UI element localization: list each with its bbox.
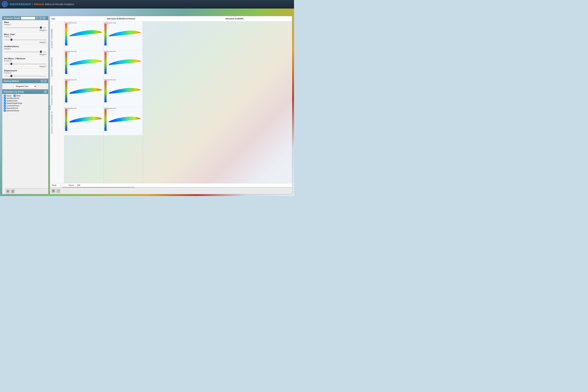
ranking-help-button[interactable]: ? [40, 80, 44, 82]
slider-thumb[interactable] [40, 51, 42, 53]
result-cell-1-3[interactable]: Displacements (mm) 11.4 0 [64, 78, 103, 107]
group-label-mass: Mass [16, 95, 21, 97]
svg-text:11.4: 11.4 [107, 24, 109, 25]
svg-point-6 [7, 192, 9, 192]
app-title: 3DEXPERIENCE | SIMULIA SIMULIA Results A… [10, 3, 74, 6]
slider-thumb[interactable] [10, 75, 12, 77]
group-checkbox-connector[interactable] [4, 104, 6, 107]
group-section: Parameters by Group ▲ Inputs Mass Vo [2, 89, 48, 113]
svg-rect-32 [104, 52, 106, 74]
result-col-1: Displacements (mm) 11.4 0 [64, 22, 104, 183]
stats-area: Rank 1 Score 100 [50, 183, 292, 187]
result-cell-1-2[interactable]: Displacements (mm) 11.4 0 [64, 50, 103, 78]
score-value: 100 [77, 184, 80, 186]
svg-text:0: 0 [107, 101, 108, 102]
help-button[interactable]: ? [39, 17, 42, 20]
group-label-displacement: Displacement [6, 100, 18, 102]
svg-rect-40 [104, 109, 106, 131]
group-checkbox-vonmises[interactable] [4, 97, 6, 99]
rank-stat: Rank 1 [52, 184, 61, 186]
group-label-inputs: Inputs [6, 95, 12, 97]
param-vonmises-max-priority: Priority 5 [4, 60, 46, 62]
param-mass-priority: Priority 5 [4, 24, 46, 26]
bottom-toolbar [4, 188, 48, 194]
param-weight-search[interactable] [21, 17, 35, 20]
result-cell-2-2[interactable]: Displacements (mm) 11.4 0 [104, 50, 143, 78]
blade-svg-1-4: Displacements (mm) 11.4 0 [64, 107, 103, 135]
group-checkbox-elastic[interactable] [4, 102, 6, 104]
svg-text:Displacements (mm): Displacements (mm) [64, 79, 76, 80]
blade-svg-1-1: Displacements (mm) 11.4 0 [64, 22, 103, 50]
group-label-vonmises: VonMisesStress [6, 97, 20, 99]
group-collapse-button[interactable]: ▲ [44, 90, 47, 93]
ranking-collapse-button[interactable]: ▲ [44, 80, 47, 82]
slider-thumb[interactable] [40, 26, 42, 29]
group-item-displacement: Displacement [4, 100, 47, 102]
result-cell-2-3[interactable]: Displacements (mm) 11.4 0 [104, 78, 143, 107]
group-checkbox-element[interactable] [4, 110, 6, 112]
param-vonmises-max: Von Mises_1 Maximum Priority 5 Weight:1 [2, 56, 48, 68]
database-icon-btn[interactable] [6, 190, 10, 193]
row-label-2: Displacement_1_Result-Of... [50, 50, 54, 78]
bottom-database-icon[interactable] [52, 189, 55, 193]
document-icon-btn[interactable] [11, 190, 15, 193]
horizontal-scrollbar[interactable] [50, 187, 292, 188]
result-cell-2-4[interactable]: Displacements (mm) 11.4 0 [104, 107, 143, 135]
group-label-reaction: ReactionForce [6, 107, 18, 109]
param-mass-slider[interactable] [4, 26, 46, 29]
scrollbar-thumb[interactable] [62, 187, 135, 188]
score-stat: Score 100 [68, 184, 80, 186]
group-checkbox-mass[interactable] [14, 94, 16, 97]
ds-logo: V.6 [2, 1, 8, 8]
alt-header-2[interactable]: Alternative ALMStiff6... [178, 16, 292, 21]
bottom-doc-icon[interactable] [56, 189, 60, 193]
param-vonmises-slider[interactable] [4, 50, 46, 53]
svg-point-46 [52, 191, 54, 192]
group-header: Parameters by Group ▲ [2, 90, 48, 94]
param-displacement: Displacement Priority 5 [2, 68, 48, 78]
row-labels: Displacement_1_Result-Of... Displacement… [50, 22, 64, 183]
title-simulia: SIMULIA [34, 3, 44, 6]
group-checkbox-displacement[interactable] [4, 100, 6, 102]
group-item-vonmises: VonMisesStress [4, 97, 47, 99]
result-cell-1-4[interactable]: Displacements (mm) 11.4 0 [64, 107, 103, 135]
svg-rect-16 [65, 52, 67, 74]
group-checkbox-inputs[interactable] [4, 94, 6, 97]
group-checkbox-reaction[interactable] [4, 107, 6, 109]
param-mass-final-weight: Weight:1 [4, 42, 46, 44]
group-item-element: ElementVolume [4, 110, 47, 112]
svg-text:11.4: 11.4 [68, 109, 70, 110]
svg-text:Displacements (mm): Displacements (mm) [64, 22, 76, 24]
result-col-2: Displacements (mm) 11.4 0 [104, 22, 143, 183]
slider-thumb[interactable] [10, 38, 12, 41]
blade-svg-1-3: Displacements (mm) 11.4 0 [64, 78, 103, 107]
group-label-connector: ConnectorForce [6, 105, 20, 107]
collapse-button[interactable]: ▲ [42, 17, 45, 20]
param-mass-final-slider[interactable] [4, 38, 46, 41]
title-rest: SIMULIA Results Analytics [45, 3, 74, 6]
results-columns: Displacements (mm) 11.4 0 [64, 22, 292, 183]
svg-text:Displacements (mm): Displacements (mm) [64, 50, 76, 52]
svg-text:0: 0 [68, 72, 68, 74]
param-vonmises-max-slider[interactable] [4, 62, 46, 65]
alt-header-1[interactable]: Alternative ALMStiff6.5%Thick2m [64, 16, 178, 21]
result-cell-2-1[interactable]: Displacements (mm) 11.4 0 [104, 22, 143, 50]
ranking-label: Ranking Method [4, 80, 19, 82]
slider-thumb[interactable] [10, 63, 12, 65]
result-cell-1-1[interactable]: Displacements (mm) 11.4 0 [64, 22, 103, 50]
param-vonmises-priority: Priority 5 [4, 48, 46, 50]
param-displacement-slider[interactable] [4, 74, 46, 77]
param-vonmises-weight: Weight:5 [4, 54, 46, 56]
group-items: Inputs Mass VonMisesStress Displacement [2, 94, 48, 113]
svg-text:Displacements (mm): Displacements (mm) [64, 108, 76, 109]
row-label-4: mt_1)isplacement_1_Result-Of... [50, 107, 54, 135]
search-button[interactable]: 🔍 [36, 17, 38, 20]
score-label: Score [68, 184, 76, 186]
param-displacement-name: Displacement [4, 70, 46, 72]
bottom-icons-bar [50, 188, 292, 194]
panel-collapse-arrow[interactable]: ◀ [48, 106, 50, 110]
ranking-method-select[interactable]: Weighted Sum TOPSIS Lexicographic [14, 84, 37, 88]
parameters-list: Mass Priority 5 Weight:5 Mass_Final Prio… [2, 20, 48, 194]
app-header: V.6 3DEXPERIENCE | SIMULIA SIMULIA Resul… [0, 0, 294, 8]
group-item-elastic: ElasticStrainEnergy [4, 102, 47, 104]
